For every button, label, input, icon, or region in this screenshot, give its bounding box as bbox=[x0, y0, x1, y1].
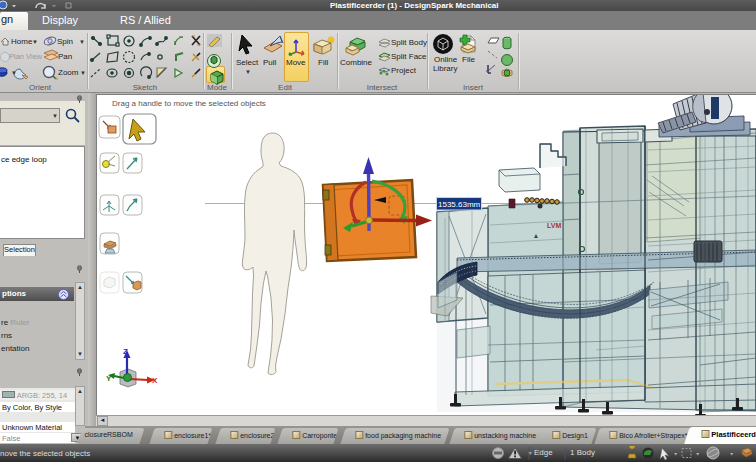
svg-text:Y: Y bbox=[106, 374, 112, 383]
svg-text:X: X bbox=[152, 376, 158, 385]
svg-text:Z: Z bbox=[123, 347, 128, 356]
svg-text:1535.63mm: 1535.63mm bbox=[438, 200, 481, 209]
